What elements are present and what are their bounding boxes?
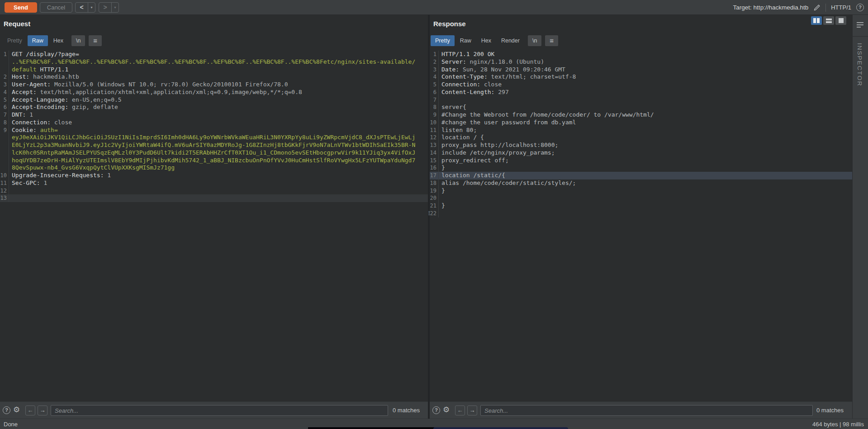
line-text: Accept: text/html,application/xhtml+xml,… xyxy=(9,89,302,96)
response-newline-toggle[interactable]: \n xyxy=(528,35,541,46)
code-line[interactable]: 11Sec-GPC: 1 xyxy=(0,179,428,187)
cancel-button[interactable]: Cancel xyxy=(40,2,72,13)
request-search-prev-button[interactable]: ← xyxy=(25,405,35,415)
code-line[interactable]: 14include /etc/nginx/proxy_params; xyxy=(430,149,852,157)
line-text: GET /display/?page= xyxy=(9,51,79,58)
layout-buttons xyxy=(811,16,846,25)
request-tab-hex[interactable]: Hex xyxy=(49,35,68,46)
response-editor[interactable]: 1HTTP/1.1 200 OK2Server: nginx/1.18.0 (U… xyxy=(430,47,852,401)
code-line[interactable]: 10Upgrade-Insecure-Requests: 1 xyxy=(0,172,428,179)
request-search-help-icon[interactable]: ? xyxy=(3,406,10,414)
line-number: 13 xyxy=(0,194,9,202)
line-number xyxy=(0,58,9,66)
response-tab-hex[interactable]: Hex xyxy=(477,35,496,46)
response-search-settings-icon[interactable]: ⚙ xyxy=(443,405,450,415)
back-arrow-icon[interactable]: < xyxy=(76,3,88,12)
response-search-help-icon[interactable]: ? xyxy=(432,406,440,414)
line-text: proxy_redirect off; xyxy=(439,157,509,165)
request-search-input[interactable] xyxy=(51,405,388,416)
code-line[interactable]: 13 xyxy=(0,194,428,202)
response-menu-icon[interactable]: ≡ xyxy=(545,35,558,46)
layout-columns-button[interactable] xyxy=(811,16,822,25)
code-line[interactable]: ..%EF%BC%8F..%EF%BC%8F..%EF%BC%8F..%EF%B… xyxy=(0,58,428,66)
request-tab-raw[interactable]: Raw xyxy=(28,35,48,46)
forward-dropdown-icon[interactable]: ▾ xyxy=(111,3,119,12)
layout-rows-button[interactable] xyxy=(823,16,834,25)
request-search-bar: ? ⚙ ← → 0 matches xyxy=(0,401,428,419)
inspector-divider xyxy=(853,36,868,37)
edit-target-icon[interactable] xyxy=(813,4,821,11)
layout-single-button[interactable] xyxy=(835,16,846,25)
line-text xyxy=(9,187,12,195)
line-number: 18 xyxy=(430,179,439,187)
code-line[interactable]: 5Accept-Language: en-US,en;q=0.5 xyxy=(0,96,428,104)
request-menu-icon[interactable]: ≡ xyxy=(89,35,102,46)
code-line[interactable]: 21} xyxy=(430,202,852,210)
code-line[interactable]: 20 xyxy=(430,194,852,202)
code-line[interactable]: 18alias /home/code/coder/static/styles/; xyxy=(430,179,852,187)
response-tab-render[interactable]: Render xyxy=(497,35,524,46)
code-line[interactable]: 13proxy_pass http://localhost:8000; xyxy=(430,141,852,149)
request-editor[interactable]: 1GET /display/?page=..%EF%BC%8F..%EF%BC%… xyxy=(0,47,428,401)
forward-button[interactable]: > ▾ xyxy=(99,2,119,13)
code-line[interactable]: 22 xyxy=(430,210,852,217)
response-search-input[interactable] xyxy=(480,405,813,416)
code-line[interactable]: 5Connection: close xyxy=(430,81,852,89)
request-tab-pretty[interactable]: Pretty xyxy=(3,35,27,46)
line-number: 16 xyxy=(430,164,439,172)
line-number: 5 xyxy=(430,81,439,89)
line-number: 13 xyxy=(430,141,439,149)
code-line[interactable]: 4Content-Type: text/html; charset=utf-8 xyxy=(430,73,852,81)
code-line[interactable]: 1HTTP/1.1 200 OK xyxy=(430,51,852,58)
code-line[interactable]: 9#Change the Webroot from /home/code/cod… xyxy=(430,111,852,119)
code-line[interactable]: E0LjYzL2p3a3MuanNvbiJ9.eyJ1c2VyIjoiYWRta… xyxy=(0,141,428,149)
code-line[interactable]: default HTTP/1.1 xyxy=(0,66,428,74)
response-tab-raw[interactable]: Raw xyxy=(455,35,476,46)
response-search-prev-button[interactable]: ← xyxy=(455,405,465,415)
request-panel-title: Request xyxy=(4,20,30,28)
back-button[interactable]: < ▾ xyxy=(75,2,95,13)
code-line[interactable]: 1GET /display/?page= xyxy=(0,51,428,58)
inspector-collapse-icon[interactable] xyxy=(857,22,863,28)
code-line[interactable]: 10#change the user password from db.yaml xyxy=(430,119,852,127)
code-line[interactable]: eyJ0eXAiOiJKV1QiLCJhbGciOiJSUzI1NiIsImpr… xyxy=(0,134,428,141)
back-dropdown-icon[interactable]: ▾ xyxy=(88,3,95,12)
http-version-selector[interactable]: HTTP/1 xyxy=(831,4,851,11)
code-line[interactable]: 7 xyxy=(430,96,852,104)
request-newline-toggle[interactable]: \n xyxy=(71,35,85,46)
code-line[interactable]: 17location /static/{ xyxy=(430,172,852,179)
code-line[interactable]: 8server{ xyxy=(430,104,852,111)
code-line[interactable]: 8Connection: close xyxy=(0,119,428,127)
code-line[interactable]: 6Accept-Encoding: gzip, deflate xyxy=(0,104,428,111)
line-number: 19 xyxy=(430,187,439,195)
code-line[interactable]: 16} xyxy=(430,164,852,172)
code-line[interactable]: 11listen 80; xyxy=(430,127,852,134)
code-line[interactable]: 8QevSpuwx-nb4_GvsG6VxqpQytClVUpXXKsgMISm… xyxy=(0,164,428,172)
response-tab-pretty[interactable]: Pretty xyxy=(431,35,455,46)
line-number: 1 xyxy=(0,51,9,58)
line-text: default HTTP/1.1 xyxy=(9,66,68,74)
code-line[interactable]: 4Accept: text/html,application/xhtml+xml… xyxy=(0,89,428,96)
request-search-settings-icon[interactable]: ⚙ xyxy=(13,405,20,415)
code-line[interactable]: 3Date: Sun, 28 Nov 2021 09:20:46 GMT xyxy=(430,66,852,74)
code-line[interactable]: 2Server: nginx/1.18.0 (Ubuntu) xyxy=(430,58,852,66)
code-line[interactable]: 6Content-Length: 297 xyxy=(430,89,852,96)
forward-arrow-icon[interactable]: > xyxy=(99,3,111,12)
help-icon[interactable]: ? xyxy=(856,4,864,11)
code-line[interactable]: 15proxy_redirect off; xyxy=(430,157,852,165)
code-line[interactable]: 7DNT: 1 xyxy=(0,111,428,119)
code-line[interactable]: 19} xyxy=(430,187,852,195)
code-line[interactable]: lcK0hc0SRntpRaMAmJSELPYUSqzEqMLzl0Y3PudD… xyxy=(0,149,428,157)
code-line[interactable]: hoqUYDB7zeDrH-MiAlYyzUTEImslV8EbY9dMIjPj… xyxy=(0,157,428,165)
code-line[interactable]: 12location / { xyxy=(430,134,852,141)
code-line[interactable]: 9Cookie: auth= xyxy=(0,127,428,134)
send-button[interactable]: Send xyxy=(5,2,37,13)
code-line[interactable]: 2Host: hackmedia.htb xyxy=(0,73,428,81)
response-search-next-button[interactable]: → xyxy=(467,405,477,415)
inspector-tab[interactable]: INSPECTOR xyxy=(856,43,863,87)
line-number: 4 xyxy=(430,73,439,81)
request-search-next-button[interactable]: → xyxy=(38,405,47,415)
code-line[interactable]: 12 xyxy=(0,187,428,195)
line-text: Content-Type: text/html; charset=utf-8 xyxy=(439,73,576,81)
code-line[interactable]: 3User-Agent: Mozilla/5.0 (Windows NT 10.… xyxy=(0,81,428,89)
